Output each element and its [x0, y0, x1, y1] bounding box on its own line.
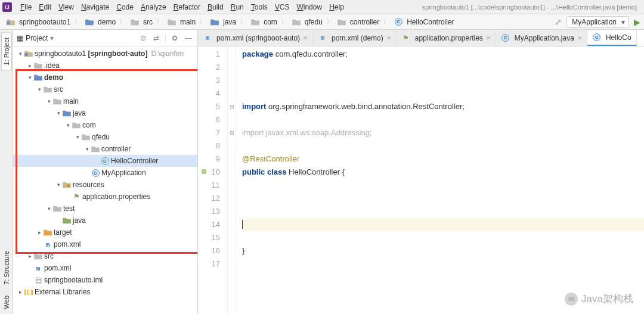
tree-node-springbootauto-iml[interactable]: ▤springbootauto.iml [13, 274, 197, 286]
breadcrumb-item[interactable]: main [165, 17, 198, 27]
menu-analyze[interactable]: Analyze [137, 2, 170, 13]
fold-toggle[interactable]: ⊟ [228, 126, 236, 139]
editor-tab[interactable]: CHelloCo [587, 30, 637, 46]
tree-node-java[interactable]: ▾java [13, 107, 197, 119]
fold-column[interactable]: ⊟⊟ [228, 46, 236, 314]
breadcrumb-item[interactable]: controller [335, 17, 382, 27]
code-line[interactable] [242, 257, 644, 271]
code-area[interactable]: package com.qfedu.controller; import org… [236, 46, 644, 314]
side-tab-project[interactable]: 1: Project [1, 32, 12, 70]
tree-node-target[interactable]: ▸target [13, 226, 197, 238]
tree-node-qfedu[interactable]: ▾qfedu [13, 131, 197, 143]
tree-node-pom-xml[interactable]: mpom.xml [13, 238, 197, 250]
menu-navigate[interactable]: Navigate [78, 2, 113, 13]
breadcrumb-item[interactable]: springbootauto1 [4, 17, 73, 27]
tree-arrow[interactable]: ▾ [55, 110, 62, 116]
settings-icon[interactable]: ✿ [170, 34, 179, 42]
breadcrumb-item[interactable]: CHelloController [391, 17, 456, 27]
code-line[interactable] [242, 61, 644, 74]
tree-arrow[interactable]: ▾ [45, 206, 52, 212]
side-tab-structure[interactable]: 7: Structure [1, 245, 12, 290]
code-line[interactable] [242, 139, 644, 153]
close-tab-icon[interactable]: ✕ [303, 35, 308, 41]
close-tab-icon[interactable]: ✕ [386, 35, 391, 41]
tree-node-external-libraries[interactable]: ▸⫿⫿⫿External Libraries [13, 286, 197, 298]
menu-code[interactable]: Code [113, 2, 137, 13]
tree-node--idea[interactable]: ▸.idea [13, 60, 197, 71]
editor-tab[interactable]: mpom.xml (demo)✕ [313, 30, 397, 46]
tree-node-controller[interactable]: ▾controller [13, 143, 197, 155]
code-line[interactable] [242, 192, 644, 205]
menu-run[interactable]: Run [227, 2, 247, 13]
breadcrumb-item[interactable]: com [248, 17, 280, 27]
editor-body[interactable]: 1234567891011121314151617 ⊟⊟ package com… [198, 46, 644, 314]
code-line[interactable] [242, 231, 644, 244]
code-line[interactable]: import javax.xml.ws.soap.Addressing; [242, 126, 644, 139]
tree-node-myapplication[interactable]: CMyApplication [13, 167, 197, 179]
tree-arrow[interactable]: ▾ [83, 146, 91, 152]
editor-tab[interactable]: mpom.xml (springboot-auto)✕ [198, 30, 313, 46]
tree-arrow[interactable]: ▾ [36, 86, 43, 92]
tree-arrow[interactable]: ▾ [74, 134, 81, 140]
run-config-select[interactable]: MyApplication [566, 16, 629, 28]
tree-node-resources[interactable]: ▾resources [13, 179, 197, 191]
side-tab-web[interactable]: Web [1, 290, 12, 314]
tree-node-hellocontroller[interactable]: CHelloController [13, 155, 197, 167]
editor-tab[interactable]: ⚑application.properties✕ [397, 30, 496, 46]
tree-arrow[interactable]: ▾ [26, 74, 33, 80]
tree-node-com[interactable]: ▾com [13, 119, 197, 131]
menu-file[interactable]: File [17, 2, 35, 13]
fold-toggle[interactable]: ⊟ [228, 100, 236, 113]
code-line[interactable]: } [242, 244, 644, 257]
maven-icon: m [43, 241, 52, 248]
tree-arrow[interactable]: ▸ [26, 253, 33, 259]
run-button[interactable]: ▶ [634, 17, 640, 27]
menu-vcs[interactable]: VCS [271, 2, 293, 13]
menu-edit[interactable]: Edit [35, 2, 55, 13]
tree-node-application-properties[interactable]: ⚑application.properties [13, 191, 197, 203]
editor-tab[interactable]: CMyApplication.java✕ [496, 30, 587, 46]
tree-arrow[interactable]: ▾ [55, 182, 62, 188]
code-line[interactable]: package com.qfedu.controller; [242, 48, 644, 61]
tree-node-src[interactable]: ▾src [13, 83, 197, 95]
tree-node-pom-xml[interactable]: mpom.xml [13, 262, 197, 274]
tree-node-src[interactable]: ▸src [13, 250, 197, 262]
breadcrumb-item[interactable]: qfedu [289, 17, 325, 27]
code-line[interactable]: @RestController [242, 153, 644, 166]
tree-arrow[interactable]: ▸ [36, 229, 43, 235]
code-line[interactable] [242, 113, 644, 126]
code-line[interactable] [242, 87, 644, 100]
tree-node-springbootauto1[interactable]: ▾springbootauto1 [springboot-auto]D:\qia… [13, 48, 197, 60]
breadcrumb-item[interactable]: java [208, 17, 239, 27]
menu-build[interactable]: Build [204, 2, 227, 13]
tree-arrow[interactable]: ▸ [26, 63, 33, 69]
collapse-all-icon[interactable]: ⊙ [138, 34, 148, 42]
tree-arrow[interactable]: ▾ [45, 98, 52, 104]
menu-window[interactable]: Window [293, 2, 326, 13]
scroll-from-source-icon[interactable]: ⇄ [151, 34, 161, 42]
close-tab-icon[interactable]: ✕ [577, 35, 582, 41]
project-tree[interactable]: ▾springbootauto1 [springboot-auto]D:\qia… [13, 46, 197, 314]
fold-toggle [228, 48, 236, 61]
tree-arrow[interactable]: ▾ [17, 51, 24, 57]
menu-tools[interactable]: Tools [247, 2, 271, 13]
code-line[interactable]: import org.springframework.web.bind.anno… [242, 100, 644, 113]
code-line[interactable] [242, 179, 644, 192]
tree-node-test[interactable]: ▾test [13, 203, 197, 214]
breadcrumb-item[interactable]: demo [82, 17, 118, 27]
menu-view[interactable]: View [55, 2, 78, 13]
code-line[interactable] [242, 205, 644, 218]
code-line[interactable] [242, 218, 644, 231]
tree-node-java[interactable]: java [13, 214, 197, 226]
menu-refactor[interactable]: Refactor [170, 2, 204, 13]
tree-node-demo[interactable]: ▾demo [13, 71, 197, 83]
close-tab-icon[interactable]: ✕ [486, 35, 491, 41]
code-line[interactable] [242, 74, 644, 87]
tree-node-main[interactable]: ▾main [13, 95, 197, 107]
nav-target-icon[interactable]: ⤢ [555, 17, 562, 27]
code-line[interactable]: public class HelloController { [242, 166, 644, 179]
hide-panel-icon[interactable]: — [183, 34, 194, 42]
breadcrumb-item[interactable]: src [128, 17, 155, 27]
menu-help[interactable]: Help [326, 2, 348, 13]
tree-arrow[interactable]: ▾ [64, 122, 72, 128]
